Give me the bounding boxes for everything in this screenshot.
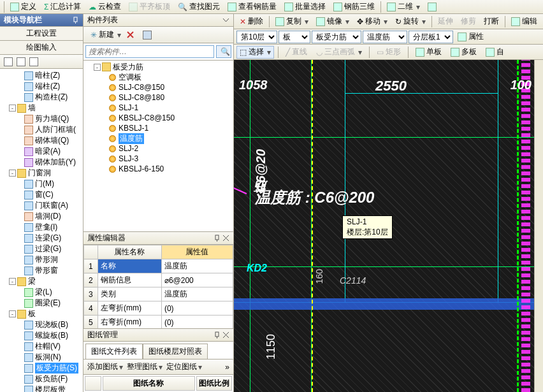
tool-rebar3d[interactable]: 钢筋三维 (330, 1, 378, 13)
drawing-canvas[interactable]: 1058 2550 100 筋 : C6@20 温度筋 : C6@200 KD2… (234, 60, 534, 392)
new-component-button[interactable]: ✳ 新建 (87, 29, 124, 41)
tree-node[interactable]: 现浇板(B) (1, 319, 83, 330)
property-grid[interactable]: 属性名称 属性值 1名称温度筋2钢筋信息⌀6@2003类别温度筋4左弯折(mm)… (83, 245, 233, 328)
tree-node[interactable]: 板受力筋(S) (1, 363, 83, 374)
tree-node[interactable]: 过梁(G) (1, 243, 83, 254)
tree-node[interactable]: 暗梁(A) (1, 146, 83, 157)
tool-findentity[interactable]: 🔍查找图元 (175, 1, 223, 13)
tree-node[interactable]: 剪力墙(Q) (1, 113, 83, 124)
tree-node[interactable]: -门窗洞 (1, 168, 83, 178)
tree-node[interactable]: 圈梁(E) (1, 298, 83, 309)
tree-node[interactable]: 门(M) (1, 178, 83, 189)
property-row[interactable]: 2钢筋信息⌀6@200 (83, 273, 233, 287)
canvas-scrollbar-v[interactable] (534, 60, 543, 392)
property-row[interactable]: 4左弯折(mm)(0) (83, 301, 233, 316)
btn-locate-drawing[interactable]: 定位图纸 (166, 361, 202, 372)
tree-node[interactable]: 壁龛(I) (1, 222, 83, 233)
dropdown-icon[interactable] (222, 17, 229, 24)
component-item[interactable]: SLJ-1 (86, 103, 233, 113)
nav-collapse-icon[interactable] (17, 57, 25, 66)
select-floor[interactable]: 第10层 (236, 31, 277, 43)
property-row[interactable]: 3类别温度筋 (83, 287, 233, 301)
btn-select[interactable]: ⬚ 选择 (236, 46, 274, 59)
tree-node[interactable]: 窗(C) (1, 189, 83, 200)
tree-node[interactable]: 墙洞(D) (1, 211, 83, 222)
btn-edit[interactable]: 编辑 (508, 15, 540, 28)
tool-rebarqty[interactable]: 查看钢筋量 (224, 1, 280, 13)
tool-cloudcheck[interactable]: ☁ 云检查 (85, 1, 124, 13)
tree-node[interactable]: -梁 (1, 276, 83, 287)
delete-icon[interactable] (127, 31, 134, 38)
component-item[interactable]: SLJ-2 (86, 143, 233, 154)
pin-icon[interactable] (214, 331, 221, 338)
btn-sort-drawing[interactable]: 整理图纸 (127, 361, 163, 372)
select-sub[interactable]: 板受力筋 (312, 31, 361, 43)
tree-node[interactable]: 梁(L) (1, 287, 83, 298)
nav-filter-icon[interactable] (29, 57, 38, 66)
nav-project-settings[interactable]: 工程设置 (0, 27, 83, 41)
tree-node[interactable]: 人防门框墙( (1, 124, 83, 135)
btn-add-drawing[interactable]: 添加图纸 (87, 361, 123, 372)
component-root[interactable]: -板受力筋 (86, 62, 233, 72)
btn-multi[interactable]: 多板 (447, 46, 480, 59)
component-item[interactable]: KBSLJ-6-150 (86, 164, 233, 174)
select-item[interactable]: 温度筋 (363, 31, 407, 43)
tool-define[interactable]: 定义 (7, 1, 40, 13)
tree-node[interactable]: 门联窗(A) (1, 200, 83, 211)
select-cat[interactable]: 板 (279, 31, 310, 43)
btn-move[interactable]: ✥ 移动 (354, 15, 391, 28)
component-item[interactable]: 空调板 (86, 72, 233, 82)
tree-node[interactable]: -墙 (1, 103, 83, 113)
nav-tree[interactable]: 暗柱(Z)端柱(Z)构造柱(Z)-墙剪力墙(Q)人防门框墙(砌体墙(Q)暗梁(A… (0, 69, 83, 392)
component-item[interactable]: SLJ-C8@150 (86, 82, 233, 92)
close-icon[interactable] (222, 235, 229, 242)
tool-overflow[interactable] (424, 1, 440, 13)
tree-node[interactable]: 砌体墙(Q) (1, 135, 83, 146)
component-tree[interactable]: -板受力筋空调板SLJ-C8@150SLJ-C8@180SLJ-1KBSLJ-C… (83, 61, 233, 231)
pin-icon[interactable] (214, 235, 221, 242)
btn-delete[interactable]: ✕ 删除 (236, 15, 266, 28)
tree-node[interactable]: -板 (1, 309, 83, 319)
component-item[interactable]: KBSLJ-1 (86, 123, 233, 133)
component-search-input[interactable] (85, 45, 214, 58)
component-item[interactable]: SLJ-C8@180 (86, 92, 233, 103)
select-layer[interactable]: 分层板1 (409, 31, 453, 43)
tool-sum[interactable]: Σ 汇总计算 (41, 1, 84, 13)
btn-trim: 修剪 (458, 15, 479, 28)
property-row[interactable]: 5右弯折(mm)(0) (83, 316, 233, 329)
tool-batchsel[interactable]: 批量选择 (281, 1, 329, 13)
drawing-panel: 图纸管理 图纸文件列表 图纸楼层对照表 添加图纸 整理图纸 定位图纸 » (83, 329, 233, 392)
pin-icon[interactable] (72, 17, 79, 24)
tree-node[interactable]: 带形洞 (1, 254, 83, 265)
tree-node[interactable]: 螺旋板(B) (1, 330, 83, 341)
tree-node[interactable]: 板洞(N) (1, 352, 83, 363)
component-item[interactable]: SLJ-3 (86, 154, 233, 164)
btn-custom[interactable]: 自 (482, 46, 507, 59)
tree-node[interactable]: 板负筋(F) (1, 374, 83, 384)
tab-filelist[interactable]: 图纸文件列表 (85, 344, 143, 359)
btn-rotate[interactable]: ↻ 旋转 (392, 15, 429, 28)
property-row[interactable]: 1名称温度筋 (83, 259, 233, 273)
component-item[interactable]: 温度筋 (86, 133, 233, 143)
tree-node[interactable]: 构造柱(Z) (1, 92, 83, 103)
tree-node[interactable]: 连梁(G) (1, 233, 83, 243)
tree-node[interactable]: 楼层板带 (1, 384, 83, 392)
btn-break[interactable]: 打断 (481, 15, 502, 28)
tree-node[interactable]: 端柱(Z) (1, 81, 83, 92)
btn-property[interactable]: 属性 (454, 31, 487, 43)
tree-node[interactable]: 砌体加筋(Y) (1, 157, 83, 168)
btn-single[interactable]: 单板 (412, 46, 445, 59)
tree-node[interactable]: 柱帽(V) (1, 341, 83, 352)
tab-floormap[interactable]: 图纸楼层对照表 (143, 344, 208, 359)
copy-icon[interactable] (143, 31, 152, 40)
component-item[interactable]: KBSLJ-C8@150 (86, 113, 233, 123)
search-button[interactable]: 🔍 (216, 45, 231, 58)
btn-mirror[interactable]: 镜像 (313, 15, 352, 28)
tool-2d[interactable]: 二维 (384, 1, 423, 13)
tree-node[interactable]: 暗柱(Z) (1, 70, 83, 81)
btn-copy[interactable]: 复制 (272, 15, 312, 28)
close-icon[interactable] (222, 331, 229, 338)
tree-node[interactable]: 带形窗 (1, 265, 83, 276)
nav-drawing-input[interactable]: 绘图输入 (0, 41, 83, 55)
nav-expand-icon[interactable] (4, 57, 13, 66)
